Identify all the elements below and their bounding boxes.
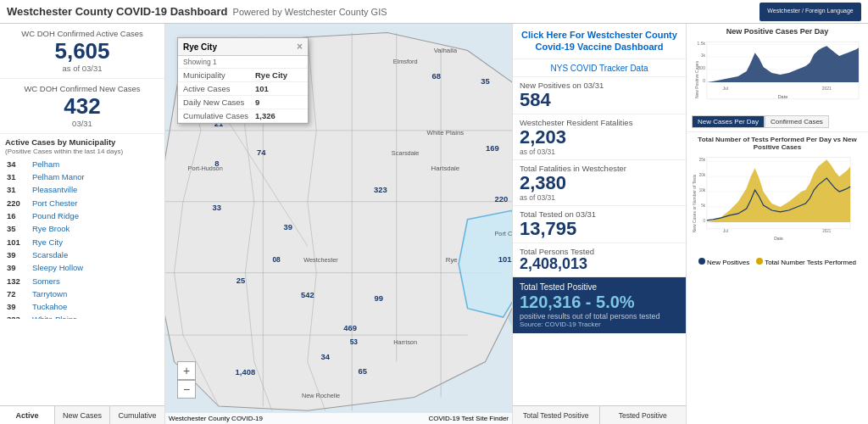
total-persons-value: 2,408,013: [520, 256, 679, 273]
chart2-section: Total Number of Tests Performed Per Day …: [687, 132, 868, 424]
svg-text:1,408: 1,408: [236, 367, 256, 377]
popup-row: Cumulative Cases1,326: [178, 109, 308, 123]
total-tested-positive-box: Total Tested Positive 120,316 - 5.0% pos…: [513, 277, 686, 333]
new-positives-value: 584: [520, 90, 679, 110]
municipality-list[interactable]: 34Pelham31Pelham Manor31Pleasantville220…: [5, 158, 159, 319]
confirmed-active-box: WC DOH Confirmed Active Cases 5,605 as o…: [0, 24, 164, 79]
svg-text:White Plains: White Plains: [427, 129, 465, 137]
confirmed-new-date: 03/31: [7, 119, 158, 128]
fatalities-value: 2,203: [520, 127, 679, 148]
svg-text:Date: Date: [778, 94, 788, 99]
list-item[interactable]: 72Tarrytown: [5, 287, 159, 300]
list-item[interactable]: 101Rye City: [5, 236, 159, 248]
zoom-in-button[interactable]: +: [177, 361, 196, 380]
svg-text:2021: 2021: [822, 229, 831, 233]
header: Westchester County COVID-19 Dashboard Po…: [0, 0, 868, 24]
svg-text:169: 169: [486, 143, 499, 153]
svg-text:25: 25: [236, 276, 246, 285]
left-bottom-tabs: ActiveNew CasesCumulative: [0, 405, 164, 424]
chart2-legend-item: Total Number Tests Performed: [756, 258, 856, 266]
charts-panel: New Positive Cases Per Day New Positive …: [686, 24, 868, 424]
chart2-legend-item: New Positives: [698, 258, 749, 266]
popup-close-button[interactable]: ×: [297, 41, 303, 53]
svg-text:0: 0: [703, 219, 705, 223]
total-fatalities-date: as of 03/31: [520, 193, 679, 202]
right-bottom-tabs: Total Tested PositiveTested Positive: [513, 405, 686, 424]
popup-row: MunicipalityRye City: [178, 69, 308, 82]
popup-header: Rye City ×: [178, 38, 308, 56]
svg-text:New Rochelle: New Rochelle: [302, 392, 340, 399]
vaccine-link-box[interactable]: Click Here For Westchester County Covid-…: [513, 24, 686, 59]
map-footer: Westchester County COVID-19 COVID-19 Tes…: [165, 413, 512, 424]
chart1-section: New Positive Cases Per Day New Positive …: [687, 24, 868, 132]
popup-title: Rye City: [183, 42, 217, 52]
right-panel: Click Here For Westchester County Covid-…: [512, 24, 686, 424]
chart1-tab-1[interactable]: Confirmed Cases: [765, 115, 829, 128]
municipality-title: Active Cases by Municipality: [5, 137, 159, 147]
svg-text:08: 08: [272, 255, 281, 264]
list-item[interactable]: 31Pleasantville: [5, 183, 159, 196]
svg-text:Scarsdale: Scarsdale: [392, 149, 420, 157]
list-item[interactable]: 16Pound Ridge: [5, 209, 159, 222]
vaccine-link[interactable]: Click Here For Westchester County Covid-…: [521, 30, 677, 52]
fatalities-box: Westchester Resident Fatalities 2,203 as…: [513, 114, 686, 160]
right-tab-tested-positive[interactable]: Tested Positive: [600, 406, 687, 424]
left-tab-active[interactable]: Active: [0, 406, 55, 424]
map-footer-right: COVID-19 Test Site Finder: [428, 415, 509, 422]
nys-tracker-link[interactable]: NYS COVID Tracker Data: [550, 64, 648, 73]
ttp-sub: positive results out of total persons te…: [520, 312, 679, 321]
municipality-subtitle: (Positive Cases within the last 14 days): [5, 148, 159, 155]
svg-text:Hartsdale: Hartsdale: [431, 165, 460, 172]
svg-text:Valhalla: Valhalla: [434, 47, 458, 54]
chart1-tabs: New Cases Per DayConfirmed Cases: [692, 115, 863, 128]
svg-text:53: 53: [350, 338, 359, 346]
chart1-tab-0[interactable]: New Cases Per Day: [692, 115, 765, 128]
zoom-out-button[interactable]: −: [177, 380, 196, 399]
svg-text:Port Chester: Port Chester: [494, 230, 512, 237]
svg-text:101: 101: [498, 254, 512, 264]
svg-text:Jul: Jul: [723, 86, 728, 91]
left-tab-cumulative[interactable]: Cumulative: [110, 406, 164, 424]
svg-text:323: 323: [374, 185, 387, 194]
svg-text:1.5k: 1.5k: [698, 42, 706, 46]
list-item[interactable]: 323White Plains: [5, 313, 159, 318]
municipality-section: Active Cases by Municipality (Positive C…: [0, 134, 164, 405]
svg-text:99: 99: [374, 293, 383, 303]
list-item[interactable]: 39Sleepy Hollow: [5, 261, 159, 274]
chart1-title: New Positive Cases Per Day: [692, 27, 863, 36]
list-item[interactable]: 39Tuckahoe: [5, 300, 159, 313]
fatalities-date: as of 03/31: [520, 148, 679, 156]
map-area[interactable]: 21 216 74 8 33 39 08 25 542 469 34 65 53…: [165, 24, 512, 424]
chart2-container: New Cases or Number of Tests 25k 20k 10k…: [692, 153, 863, 256]
total-fatalities-value: 2,380: [520, 173, 679, 193]
svg-text:Port-Hudson: Port-Hudson: [188, 165, 223, 172]
svg-text:5k: 5k: [701, 204, 705, 208]
list-item[interactable]: 34Pelham: [5, 158, 159, 170]
list-item[interactable]: 132Somers: [5, 275, 159, 287]
svg-text:39: 39: [283, 222, 292, 232]
total-fatalities-box: Total Fatalities in Westchester 2,380 as…: [513, 160, 686, 206]
list-item[interactable]: 31Pelham Manor: [5, 170, 159, 183]
svg-text:25k: 25k: [699, 158, 706, 162]
right-tab-total-tested-positive[interactable]: Total Tested Positive: [513, 406, 600, 424]
page-title: Westchester County COVID-19 Dashboard: [7, 5, 228, 18]
list-item[interactable]: 39Scarsdale: [5, 248, 159, 261]
left-tab-new-cases[interactable]: New Cases: [55, 406, 110, 424]
tested-box: Total Tested on 03/31 13,795: [513, 206, 686, 243]
popup-row: Active Cases101: [178, 82, 308, 96]
map-footer-left: Westchester County COVID-19: [169, 415, 263, 422]
chart2-legend: New PositivesTotal Number Tests Performe…: [692, 258, 863, 266]
svg-text:Jul: Jul: [723, 229, 728, 233]
svg-text:542: 542: [301, 290, 314, 299]
nys-tracker-box[interactable]: NYS COVID Tracker Data: [513, 59, 686, 77]
confirmed-active-date: as of 03/31: [7, 64, 158, 73]
ttp-label: Total Tested Positive: [520, 282, 679, 292]
list-item[interactable]: 35Rye Brook: [5, 222, 159, 235]
svg-text:34: 34: [321, 352, 331, 361]
svg-text:35: 35: [481, 76, 490, 86]
list-item[interactable]: 220Port Chester: [5, 197, 159, 209]
svg-text:1k: 1k: [701, 53, 706, 58]
popup-rows: MunicipalityRye CityActive Cases101Daily…: [178, 69, 308, 123]
svg-text:Elmsford: Elmsford: [393, 58, 418, 65]
svg-text:220: 220: [495, 194, 509, 204]
